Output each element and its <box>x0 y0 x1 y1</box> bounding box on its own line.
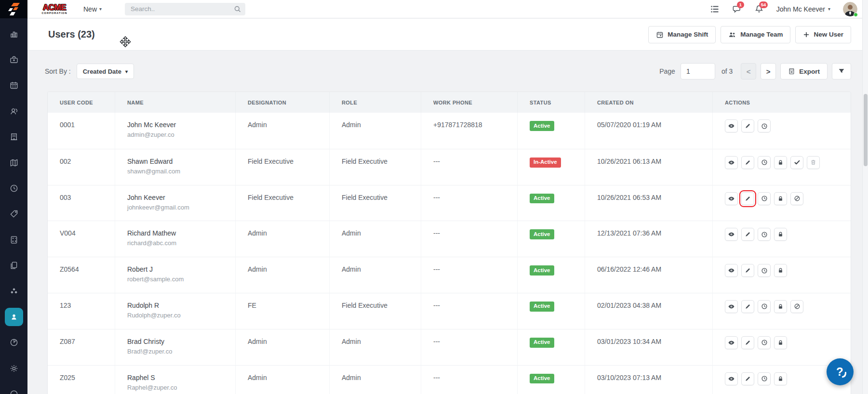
action-history-button[interactable] <box>758 156 771 169</box>
action-history-button[interactable] <box>758 372 771 385</box>
action-approve-button[interactable] <box>790 156 803 169</box>
pencil-icon <box>745 159 751 166</box>
action-view-button[interactable] <box>725 156 738 169</box>
help-chat-button[interactable]: ? <box>827 358 854 385</box>
calendar-icon <box>9 80 19 90</box>
search-icon[interactable] <box>233 5 241 13</box>
new-user-button[interactable]: New User <box>795 26 851 43</box>
sidebar-item-tag[interactable] <box>0 201 27 227</box>
filter-button[interactable] <box>832 63 851 79</box>
manage-team-label: Manage Team <box>740 31 783 38</box>
page-number-input[interactable] <box>681 63 715 79</box>
action-lock-button[interactable] <box>774 156 787 169</box>
zuper-logo[interactable] <box>0 0 27 18</box>
action-delete-button[interactable] <box>807 156 820 169</box>
designation-cell: Field Executive <box>236 185 330 221</box>
sidebar-item-building[interactable] <box>0 124 27 150</box>
sidebar-item-briefcase[interactable] <box>0 47 27 72</box>
sidebar-item-user[interactable] <box>0 304 27 329</box>
page-title: Users (23) <box>48 29 95 40</box>
action-lock-button[interactable] <box>774 228 787 241</box>
column-header: STATUS <box>518 92 585 113</box>
next-page-button[interactable]: > <box>761 63 776 79</box>
sidebar-item-pie-chart[interactable] <box>0 330 27 355</box>
chevron-down-icon: ▾ <box>828 6 830 12</box>
action-lock-button[interactable] <box>774 192 787 205</box>
action-edit-button[interactable] <box>741 336 754 349</box>
action-edit-button[interactable] <box>741 119 754 132</box>
prev-page-button[interactable]: < <box>741 63 756 79</box>
new-menu-button[interactable]: New ▾ <box>83 5 102 13</box>
manage-team-button[interactable]: Manage Team <box>721 26 790 43</box>
action-history-button[interactable] <box>758 192 771 205</box>
action-view-button[interactable] <box>725 192 738 205</box>
manage-shift-button[interactable]: Manage Shift <box>648 26 716 43</box>
action-ban-button[interactable] <box>790 300 803 313</box>
action-lock-button[interactable] <box>774 300 787 313</box>
created-on-cell: 10/26/2021 06:13 AM <box>585 149 713 185</box>
vertical-scrollbar[interactable] <box>862 0 868 394</box>
person-group-icon <box>9 106 19 116</box>
action-lock-button[interactable] <box>774 336 787 349</box>
name-cell: Raphel SRaphel@zuper.co <box>115 366 236 394</box>
sidebar-item-gear[interactable] <box>0 355 27 381</box>
scrollbar-thumb[interactable] <box>864 94 868 166</box>
move-cursor-icon <box>118 34 133 49</box>
action-edit-button[interactable] <box>741 192 754 205</box>
sidebar-item-person-group[interactable] <box>0 98 27 124</box>
action-lock-button[interactable] <box>774 264 787 277</box>
sidebar-item-calendar[interactable] <box>0 73 27 98</box>
list-view-button[interactable] <box>710 4 720 14</box>
action-view-button[interactable] <box>725 264 738 277</box>
action-edit-button[interactable] <box>741 300 754 313</box>
action-lock-button[interactable] <box>774 372 787 385</box>
action-edit-button[interactable] <box>741 372 754 385</box>
notifications-button[interactable]: 54 <box>754 4 764 14</box>
circle-partial-icon <box>9 389 19 394</box>
action-edit-button[interactable] <box>741 156 754 169</box>
avatar[interactable] <box>843 2 857 16</box>
action-history-button[interactable] <box>758 119 771 132</box>
action-view-button[interactable] <box>725 119 738 132</box>
user-menu-button[interactable]: John Mc Keever ▾ <box>776 5 830 13</box>
sidebar-item-calculator[interactable] <box>0 227 27 252</box>
action-view-button[interactable] <box>725 336 738 349</box>
role-cell: Admin <box>330 257 421 293</box>
action-view-button[interactable] <box>725 228 738 241</box>
sort-dropdown[interactable]: Created Date ▾ <box>77 64 134 79</box>
user-email: johnkeevr@gmail.com <box>127 204 230 211</box>
sidebar-item-bar-chart[interactable] <box>0 21 27 47</box>
role-cell: Admin <box>330 366 421 394</box>
action-edit-button[interactable] <box>741 264 754 277</box>
action-ban-button[interactable] <box>790 192 803 205</box>
svg-text:?: ? <box>836 365 843 378</box>
chevron-down-icon: ▾ <box>99 6 102 12</box>
sidebar-item-documents[interactable] <box>0 253 27 278</box>
building-icon <box>9 132 19 142</box>
eye-icon <box>728 122 735 130</box>
action-view-button[interactable] <box>725 372 738 385</box>
sidebar-item-clock[interactable] <box>0 175 27 201</box>
plus-icon <box>803 31 810 38</box>
action-history-button[interactable] <box>758 264 771 277</box>
clock-history-icon <box>761 231 768 238</box>
help-icon: ? <box>832 364 848 380</box>
action-history-button[interactable] <box>758 300 771 313</box>
action-history-button[interactable] <box>758 228 771 241</box>
export-button[interactable]: Export <box>780 63 828 79</box>
action-edit-button[interactable] <box>741 228 754 241</box>
action-view-button[interactable] <box>725 300 738 313</box>
topbar: ACME CORPORATION New ▾ 1 54 John Mc Keev… <box>27 0 862 18</box>
sidebar-item-map[interactable] <box>0 150 27 175</box>
clock-history-icon <box>761 159 768 166</box>
name-cell: John Keeverjohnkeevr@gmail.com <box>115 185 236 221</box>
sidebar-item-circle-partial[interactable] <box>0 381 27 394</box>
chat-button[interactable]: 1 <box>732 4 742 14</box>
status-badge: Active <box>530 302 554 312</box>
sidebar-item-cubes[interactable] <box>0 278 27 304</box>
search-input[interactable] <box>131 5 233 13</box>
acme-logo[interactable]: ACME CORPORATION <box>36 3 73 15</box>
status-badge: Active <box>530 338 554 348</box>
action-history-button[interactable] <box>758 336 771 349</box>
work-phone-cell: --- <box>421 257 518 293</box>
